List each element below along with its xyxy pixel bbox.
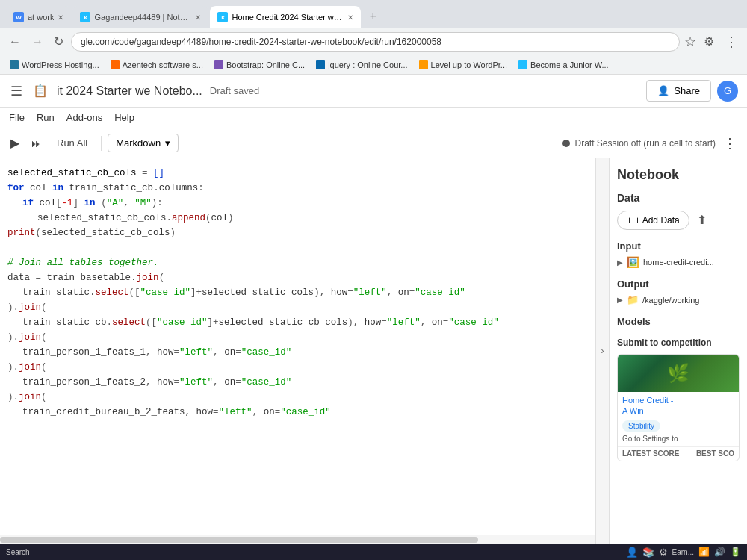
bookmark-label-azentech: Azentech software s...: [123, 60, 203, 69]
bookmark-favicon-jquery: [316, 60, 325, 69]
input-item-label: home-credit-credi...: [643, 258, 714, 267]
menu-item-addons[interactable]: Add-ons: [66, 112, 102, 123]
code-line-13: train_person_1_feats_1, how="left", on="…: [7, 345, 588, 360]
code-editor-area[interactable]: selected_static_cb_cols = [] for col in …: [0, 158, 595, 544]
taskbar-search[interactable]: Search: [6, 548, 30, 556]
more-options-button[interactable]: ⋮: [719, 134, 741, 153]
tab-homecredit[interactable]: k Home Credit 2024 Starter we N... ✕: [210, 6, 361, 28]
best-score-label: BEST SCO: [696, 449, 734, 458]
tab-homecredit-label: Home Credit 2024 Starter we N...: [232, 13, 344, 22]
input-section-title: Input: [617, 240, 740, 252]
tab-close-notebooks[interactable]: ✕: [195, 13, 201, 22]
input-item[interactable]: ▶ 🖼️ home-credit-credi...: [617, 256, 740, 268]
reload-button[interactable]: ↻: [51, 33, 66, 50]
bookmark-wordpress[interactable]: WordPress Hosting...: [4, 59, 105, 71]
clipboard-button[interactable]: 📋: [31, 82, 49, 99]
back-button[interactable]: ←: [6, 34, 24, 50]
tab-close-homecredit[interactable]: ✕: [347, 13, 353, 22]
code-line-16: ).join(: [7, 390, 588, 405]
bookmark-levelup[interactable]: Level up to WordPr...: [414, 59, 513, 71]
bookmark-label-wordpress: WordPress Hosting...: [22, 60, 99, 69]
code-line-5: print(selected_static_cb_cols): [7, 225, 588, 240]
run-all-label: Run All: [57, 137, 87, 149]
bookmark-becomejunior[interactable]: Become a Junior W...: [513, 59, 614, 71]
horizontal-scrollbar[interactable]: [0, 535, 595, 544]
address-bar[interactable]: gle.com/code/gagandeep44489/home-credit-…: [71, 32, 680, 52]
sidebar-toggle-button[interactable]: ☰: [9, 81, 24, 101]
session-status-dot: [562, 140, 570, 147]
play-button[interactable]: ▶: [6, 133, 24, 153]
code-cell[interactable]: selected_static_cb_cols = [] for col in …: [0, 158, 595, 544]
panel-input-section: Input ▶ 🖼️ home-credit-credi...: [617, 240, 740, 268]
tab-notebooks-label: Gagandeep44489 | Notebooks: [94, 13, 191, 22]
code-line-17: train_credit_bureau_b_2_feats, how="left…: [7, 405, 588, 420]
add-data-plus-icon: +: [627, 215, 632, 225]
panel-collapse-button[interactable]: ›: [595, 158, 609, 544]
taskbar-earn-label[interactable]: Earn...: [672, 548, 694, 556]
new-tab-button[interactable]: +: [362, 6, 383, 27]
share-button[interactable]: 👤 Share: [646, 80, 711, 102]
bookmark-favicon-levelup: [419, 60, 428, 69]
menu-item-run[interactable]: Run: [37, 112, 55, 123]
run-all-button[interactable]: Run All: [49, 134, 95, 152]
input-item-icon: 🖼️: [627, 256, 639, 268]
stability-badge: Stability: [622, 420, 660, 432]
bookmark-bootstrap[interactable]: Bootstrap: Online C...: [209, 59, 310, 71]
tab-notebooks[interactable]: k Gagandeep44489 | Notebooks ✕: [72, 6, 208, 28]
output-item[interactable]: ▶ 📁 /kaggle/working: [617, 294, 740, 305]
competition-image-icon: 🌿: [667, 363, 689, 384]
browser-tabs-bar: W at work ✕ k Gagandeep44489 | Notebooks…: [0, 0, 747, 28]
draft-saved-status: Draft saved: [210, 85, 259, 96]
bookmark-star-button[interactable]: ☆: [684, 34, 696, 50]
bookmark-favicon-azentech: [111, 60, 120, 69]
taskbar: Search 👤 📚 ⚙ Earn... 📶 🔊 🔋: [0, 544, 747, 560]
notebook-title-row: ☰ 📋 it 2024 Starter we Notebo... Draft s…: [0, 75, 747, 108]
output-folder-icon: 📁: [627, 294, 639, 305]
taskbar-wifi-icon: 📶: [698, 547, 710, 557]
add-data-label: + Add Data: [635, 215, 680, 225]
bookmark-jquery[interactable]: jquery : Online Cour...: [311, 59, 412, 71]
scrollbar-thumb: [0, 537, 478, 543]
skip-forward-button[interactable]: ⏭: [27, 134, 46, 152]
tab-favicon-homecredit: k: [217, 12, 228, 22]
tab-work[interactable]: W at work ✕: [6, 6, 71, 28]
extensions-button[interactable]: ⚙: [701, 33, 717, 50]
address-bar-row: ← → ↻ gle.com/code/gagandeep44489/home-c…: [0, 28, 747, 55]
menu-item-file[interactable]: File: [9, 112, 25, 123]
code-line-1: selected_static_cb_cols = []: [7, 166, 588, 181]
panel-output-section: Output ▶ 📁 /kaggle/working: [617, 279, 740, 305]
tab-work-label: at work: [28, 13, 54, 22]
bookmark-label-jquery: jquery : Online Cour...: [328, 60, 407, 69]
user-avatar[interactable]: G: [717, 81, 738, 102]
latest-score-label: LATEST SCORE: [622, 449, 679, 458]
panel-models-section: Models: [617, 316, 740, 327]
competition-card[interactable]: 🌿 Home Credit - A Win Stability Go to Se…: [617, 354, 740, 461]
upload-button[interactable]: ⬆: [694, 210, 710, 230]
score-row: LATEST SCORE BEST SCO: [618, 446, 739, 461]
panel-title: Notebook: [617, 167, 740, 183]
session-status-text: Draft Session off (run a cell to start): [574, 138, 716, 149]
panel-data-section: Data + + Add Data ⬆: [617, 192, 740, 230]
bookmark-favicon-becomejunior: [518, 60, 527, 69]
toolbar-row: ▶ ⏭ Run All Markdown ▾ Draft Session off…: [0, 128, 747, 158]
tab-close-work[interactable]: ✕: [58, 13, 63, 22]
code-line-9: train_static.select(["case_id"]+selected…: [7, 285, 588, 300]
competition-card-image: 🌿: [618, 355, 739, 392]
bookmark-azentech[interactable]: Azentech software s...: [105, 59, 208, 71]
competition-title-text: Home Credit - A Win: [618, 392, 739, 418]
bookmark-favicon-bootstrap: [214, 60, 223, 69]
add-data-button[interactable]: + + Add Data: [617, 211, 689, 230]
output-item-label: /kaggle/working: [642, 296, 699, 305]
output-section-title: Output: [617, 279, 740, 290]
submit-section-title: Submit to competition: [617, 337, 740, 348]
forward-button[interactable]: →: [28, 34, 46, 50]
bookmark-favicon-wordpress: [10, 60, 19, 69]
menu-item-help[interactable]: Help: [114, 112, 134, 123]
browser-menu-button[interactable]: ⋮: [722, 32, 741, 52]
kernel-selector[interactable]: Markdown ▾: [108, 134, 179, 152]
code-line-3: if col[-1] in ("A", "M"):: [7, 196, 588, 211]
code-line-7: # Join all tables together.: [7, 255, 588, 270]
code-line-15: train_person_1_feats_2, how="left", on="…: [7, 375, 588, 390]
toolbar-separator: [101, 136, 102, 151]
taskbar-user-icon: 👤: [626, 547, 638, 558]
